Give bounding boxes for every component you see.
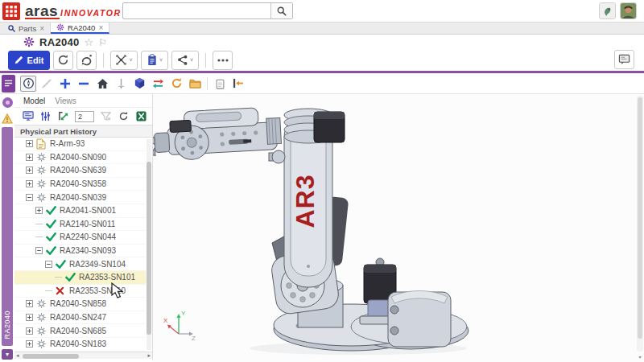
share-button[interactable]: ˅ [171, 51, 199, 70]
collapse-caret-icon[interactable] [2, 349, 13, 360]
tree-horizontal-scrollbar[interactable]: ◂ ▸ [14, 352, 152, 359]
columns-icon[interactable] [39, 110, 52, 122]
aras-innovator-window: aras INNOVATOR Parts RA2040 [0, 0, 644, 362]
display-icon[interactable] [22, 110, 34, 122]
tree-row[interactable]: RA2040-SN039 [14, 191, 146, 204]
check-icon [46, 220, 57, 228]
tree-row[interactable]: RA2240-SN044 [14, 231, 146, 245]
measure-icon[interactable] [39, 76, 55, 92]
tree-row[interactable]: RA2040-SN639 [14, 164, 146, 178]
tree-row-label: R-Arm-93 [50, 139, 85, 148]
refresh-button[interactable] [53, 51, 73, 70]
user-avatar[interactable] [620, 2, 637, 19]
warning-triangle-icon[interactable] [2, 113, 13, 127]
home-icon[interactable] [94, 76, 110, 92]
tree-row[interactable]: RA2340-SN093 [14, 245, 146, 258]
close-icon[interactable] [98, 23, 103, 32]
tree-row[interactable]: RA2349-SN104 [14, 257, 146, 271]
structure-toolbar [14, 108, 152, 125]
more-icon [217, 59, 229, 62]
scrollbar-thumb[interactable] [638, 97, 642, 339]
side-tab-ra2040[interactable]: RA2040 [2, 127, 13, 346]
edit-button[interactable]: Edit [8, 51, 50, 70]
tab-views[interactable]: Views [55, 97, 76, 105]
swap-arrows-icon[interactable] [150, 76, 166, 92]
expand-icon[interactable] [26, 300, 33, 307]
expand-levels-icon[interactable] [57, 110, 69, 122]
orbit-compass-icon[interactable] [20, 76, 36, 92]
reload-icon[interactable] [168, 76, 184, 92]
tree-row[interactable]: RA2041-SN001 [14, 204, 146, 218]
discussion-panel-button[interactable] [614, 50, 634, 69]
more-button[interactable] [213, 51, 233, 70]
zoom-out-icon[interactable] [76, 76, 92, 92]
expand-icon[interactable] [26, 340, 33, 348]
scrollbar-thumb[interactable] [23, 354, 79, 359]
star-icon[interactable] [85, 35, 94, 49]
app-grid-icon[interactable] [2, 2, 20, 20]
expand-icon[interactable] [26, 154, 33, 161]
collapse-icon[interactable] [45, 261, 52, 268]
redo-icon [80, 54, 93, 66]
zoom-in-icon[interactable] [57, 76, 73, 92]
close-icon[interactable] [39, 24, 44, 33]
search-button[interactable] [270, 3, 292, 19]
clipboard-icon[interactable] [212, 76, 228, 92]
collapse-icon[interactable] [35, 247, 43, 254]
expand-icon[interactable] [26, 167, 33, 174]
chevron-down-icon: ˅ [159, 57, 163, 63]
axis-triad: Y X Z [163, 308, 198, 342]
tree-row[interactable]: RA2140-SN011 [14, 218, 146, 232]
tab-ra2040[interactable]: RA2040 [51, 23, 109, 34]
tab-model[interactable]: Model [23, 97, 45, 105]
refresh-icon[interactable] [118, 110, 130, 122]
tree-row-label: RA2240-SN044 [60, 232, 116, 241]
global-search-input[interactable] [123, 3, 270, 19]
notification-avatar-icon[interactable] [599, 2, 616, 19]
tree-row[interactable]: R-Arm-93 [14, 138, 146, 151]
clear-filter-icon[interactable] [100, 110, 112, 122]
impact-analysis-button[interactable]: ˅ [110, 51, 138, 70]
cube-3d-icon[interactable] [131, 76, 147, 92]
pin-icon[interactable] [113, 76, 129, 92]
scrollbar-thumb[interactable] [147, 162, 151, 335]
expand-icon[interactable] [35, 207, 43, 214]
tree-row[interactable]: RA2040-SN358 [14, 178, 146, 191]
global-search [122, 2, 293, 19]
scroll-right-icon[interactable]: ▸ [147, 352, 151, 360]
flag-icon[interactable] [98, 35, 107, 49]
tree-row-label: RA2040-SN358 [50, 179, 106, 188]
side-tab-label: RA2040 [3, 311, 11, 339]
scroll-down-icon[interactable] [637, 353, 643, 360]
expand-icon[interactable] [26, 314, 33, 321]
tree-panel-toggle-icon[interactable] [2, 75, 15, 93]
part-icon [36, 326, 47, 336]
tree-row[interactable]: RA2040-SN183 [14, 338, 146, 352]
tree-row[interactable]: RA2040-SN685 [14, 324, 146, 338]
tree-vertical-scrollbar[interactable] [147, 139, 151, 350]
expand-icon[interactable] [26, 140, 33, 147]
tree-row[interactable]: RA2353-SN101 [14, 271, 146, 285]
viewer-3d-canvas[interactable]: AR3 [153, 94, 644, 362]
tree-row[interactable]: RA2353-SN010 [14, 285, 146, 298]
viewer-vertical-scrollbar[interactable] [637, 96, 643, 352]
clipboard-button[interactable]: ˅ [141, 51, 168, 70]
redo-button[interactable] [76, 51, 97, 70]
tree-row-label: RA2040-SN183 [50, 339, 106, 348]
tab-label: Parts [19, 24, 36, 33]
gear-icon [23, 36, 35, 47]
export-panel-icon[interactable] [230, 76, 246, 92]
model-circle-icon[interactable] [2, 97, 13, 108]
tree-row[interactable]: RA2040-SN090 [14, 151, 146, 165]
check-icon [56, 260, 67, 269]
folder-icon[interactable] [187, 76, 203, 92]
level-input[interactable] [75, 111, 94, 122]
scroll-left-icon[interactable]: ◂ [16, 352, 19, 360]
tree-row[interactable]: RA2040-SN858 [14, 298, 146, 311]
excel-export-icon[interactable] [135, 110, 147, 122]
tree-row[interactable]: RA2040-SN247 [14, 311, 146, 325]
expand-icon[interactable] [26, 180, 33, 187]
expand-icon[interactable] [26, 327, 33, 335]
tab-parts[interactable]: Parts [2, 23, 51, 34]
collapse-icon[interactable] [26, 194, 33, 201]
